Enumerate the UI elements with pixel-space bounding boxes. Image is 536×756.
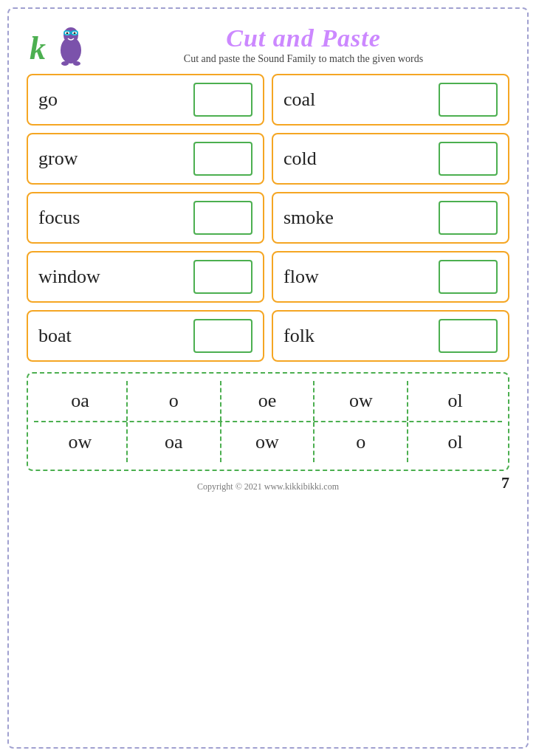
svg-text:k: k	[30, 30, 46, 66]
word-card: folk	[272, 310, 509, 362]
word-card: coal	[272, 74, 509, 126]
header-text: Cut and Paste Cut and paste the Sound Fa…	[97, 24, 509, 66]
cut-item[interactable]: ow	[221, 422, 315, 462]
page: k Cut	[7, 7, 529, 749]
answer-box[interactable]	[439, 83, 498, 117]
word-grid: gocoalgrowcoldfocussmokewindowflowboatfo…	[27, 74, 509, 362]
word-card: window	[27, 251, 264, 303]
word-card: grow	[27, 133, 264, 185]
cut-item[interactable]: ol	[408, 381, 502, 421]
word-label: window	[38, 266, 100, 288]
cut-row: owoaowool	[34, 421, 502, 462]
cut-item[interactable]: ow	[315, 381, 408, 421]
word-label: flow	[284, 266, 319, 288]
svg-point-10	[61, 61, 69, 66]
word-label: folk	[284, 325, 315, 347]
answer-box[interactable]	[193, 201, 252, 235]
word-card: focus	[27, 192, 264, 244]
word-label: smoke	[284, 207, 334, 229]
word-label: grow	[38, 148, 78, 170]
answer-box[interactable]	[193, 319, 252, 353]
page-subtitle: Cut and paste the Sound Family to match …	[184, 53, 423, 65]
svg-point-6	[74, 32, 76, 35]
page-title: Cut and Paste	[226, 24, 380, 54]
answer-box[interactable]	[193, 83, 252, 117]
svg-point-5	[66, 32, 69, 35]
word-card: smoke	[272, 192, 509, 244]
answer-box[interactable]	[193, 260, 252, 294]
cut-row: oaooeowol	[34, 381, 502, 421]
answer-box[interactable]	[439, 201, 498, 235]
header: k Cut	[27, 22, 509, 66]
page-number: 7	[501, 473, 509, 492]
word-card: cold	[272, 133, 509, 185]
cut-section: oaooeowolowoaowool	[27, 372, 509, 471]
word-label: boat	[38, 325, 72, 347]
copyright-text: Copyright © 2021 www.kikkibikki.com	[197, 481, 339, 492]
footer: Copyright © 2021 www.kikkibikki.com 7	[27, 481, 509, 492]
cut-item[interactable]: ow	[34, 422, 128, 462]
cut-item[interactable]: ol	[408, 422, 502, 462]
logo-area: k	[27, 22, 86, 66]
svg-point-2	[63, 27, 78, 44]
word-label: go	[38, 89, 58, 111]
word-label: focus	[38, 207, 80, 229]
answer-box[interactable]	[439, 319, 498, 353]
svg-point-11	[73, 61, 80, 66]
word-label: cold	[284, 148, 317, 170]
cut-item[interactable]: o	[315, 422, 408, 462]
answer-box[interactable]	[439, 260, 498, 294]
word-card: flow	[272, 251, 509, 303]
word-card: boat	[27, 310, 264, 362]
answer-box[interactable]	[193, 142, 252, 176]
word-card: go	[27, 74, 264, 126]
kb-logo-icon: k	[27, 22, 86, 66]
cut-item[interactable]: oe	[221, 381, 315, 421]
word-label: coal	[284, 89, 315, 111]
cut-item[interactable]: oa	[34, 381, 128, 421]
cut-item[interactable]: oa	[128, 422, 221, 462]
cut-item[interactable]: o	[128, 381, 221, 421]
answer-box[interactable]	[439, 142, 498, 176]
